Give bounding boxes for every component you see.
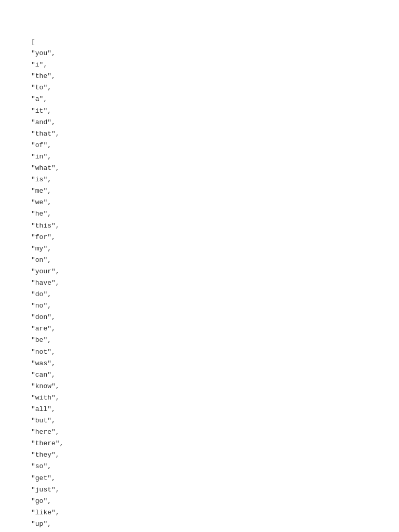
code-line: "you", bbox=[31, 49, 56, 57]
code-line: "your", bbox=[31, 268, 60, 275]
code-line: "it", bbox=[31, 107, 51, 115]
code-line: "don", bbox=[31, 313, 56, 321]
code-line: "all", bbox=[31, 405, 56, 413]
code-line: "do", bbox=[31, 290, 51, 298]
code-line: "a", bbox=[31, 95, 47, 103]
json-content: [ "you", "i", "the", "to", "a", "it", "a… bbox=[31, 36, 399, 532]
code-line: "get", bbox=[31, 474, 56, 482]
code-line: "this", bbox=[31, 222, 60, 230]
code-line: "we", bbox=[31, 198, 51, 206]
code-line: "in", bbox=[31, 153, 51, 161]
code-line: "what", bbox=[31, 164, 60, 172]
code-line: "and", bbox=[31, 118, 56, 126]
code-line: "no", bbox=[31, 302, 51, 310]
code-line: "to", bbox=[31, 84, 51, 91]
code-line: "i", bbox=[31, 61, 47, 69]
code-line: "not", bbox=[31, 348, 56, 356]
code-line: "of", bbox=[31, 141, 51, 149]
code-line: "like", bbox=[31, 509, 60, 516]
code-line: "there", bbox=[31, 440, 63, 447]
code-line: "that", bbox=[31, 130, 60, 138]
code-line: "they", bbox=[31, 451, 60, 459]
code-line: "my", bbox=[31, 245, 51, 252]
code-line: "he", bbox=[31, 210, 51, 218]
code-line: "is", bbox=[31, 176, 51, 183]
code-line: "was", bbox=[31, 360, 56, 367]
code-line: "go", bbox=[31, 497, 51, 505]
code-line: [ bbox=[31, 38, 35, 46]
code-line: "are", bbox=[31, 325, 56, 332]
code-line: "up", bbox=[31, 520, 51, 528]
code-line: "me", bbox=[31, 187, 51, 195]
code-line: "but", bbox=[31, 417, 56, 424]
code-line: "the", bbox=[31, 72, 56, 80]
code-line: "so", bbox=[31, 462, 51, 470]
code-line: "for", bbox=[31, 233, 56, 241]
code-line: "on", bbox=[31, 256, 51, 264]
code-line: "know", bbox=[31, 382, 60, 390]
code-line: "have", bbox=[31, 279, 60, 287]
code-line: "here", bbox=[31, 428, 60, 436]
code-line: "just", bbox=[31, 486, 60, 494]
code-line: "be", bbox=[31, 336, 51, 344]
code-line: "can", bbox=[31, 371, 56, 379]
code-line: "with", bbox=[31, 394, 60, 402]
